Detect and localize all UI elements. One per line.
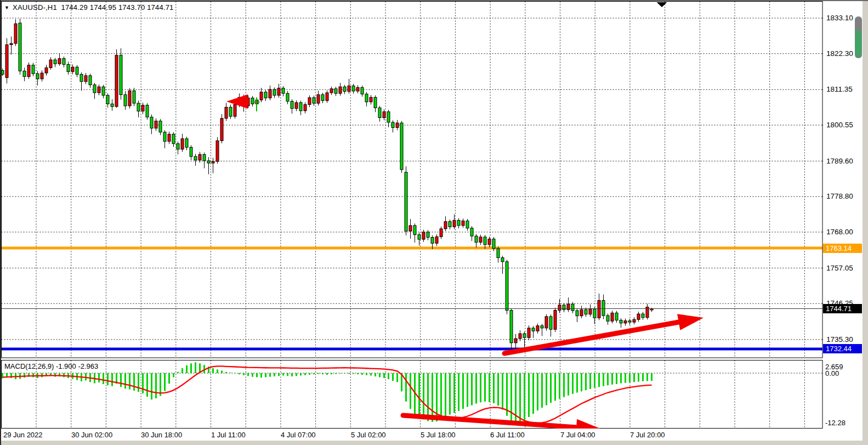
bear-candle xyxy=(251,98,254,104)
bull-candle xyxy=(27,65,30,77)
bear-candle xyxy=(67,64,70,71)
bear-candle xyxy=(563,305,565,309)
current-price-tag: 1744.71 xyxy=(823,304,862,313)
bear-candle xyxy=(413,226,416,235)
bear-candle xyxy=(291,102,293,109)
bear-candle xyxy=(194,156,197,160)
support-price-tag: 1732.44 xyxy=(823,344,862,353)
bear-candle xyxy=(343,87,346,91)
bull-candle xyxy=(435,236,438,243)
bull-candle xyxy=(58,59,61,64)
bear-candle xyxy=(80,74,83,81)
bull-candle xyxy=(41,73,43,79)
bear-candle xyxy=(89,76,92,85)
bull-candle xyxy=(181,139,184,149)
price-tick-label: 1800.55 xyxy=(826,121,861,129)
bear-candle xyxy=(150,117,153,128)
bull-candle xyxy=(409,226,412,231)
ohlc-high: 1744.95 xyxy=(90,3,116,12)
left-arrow-marker[interactable] xyxy=(226,94,248,109)
bull-candle xyxy=(637,314,640,319)
bull-candle xyxy=(519,334,521,339)
bear-candle xyxy=(334,89,337,93)
bear-candle xyxy=(541,326,543,328)
bear-candle xyxy=(431,238,434,244)
bear-candle xyxy=(177,144,179,149)
bear-candle xyxy=(286,93,289,101)
macd-axis-zero-label: 0.00 xyxy=(825,369,839,378)
main-pane-border xyxy=(2,2,823,358)
bear-candle xyxy=(76,67,78,74)
vertical-scrollbar-thumb[interactable] xyxy=(855,16,862,58)
symbol-dropdown-icon[interactable]: ▼ xyxy=(4,5,9,10)
time-tick-label: 30 Jun 02:00 xyxy=(71,431,112,439)
bear-candle xyxy=(457,220,460,226)
bear-candle xyxy=(484,237,486,245)
bear-candle xyxy=(264,92,267,98)
window-chrome-top xyxy=(0,0,868,1)
bear-candle xyxy=(549,317,552,329)
bear-candle xyxy=(19,23,21,71)
bear-candle xyxy=(207,161,210,163)
macd-axis-min-label: -12.28 xyxy=(825,419,846,427)
bear-candle xyxy=(299,103,302,111)
bear-candle xyxy=(593,309,596,318)
bear-candle xyxy=(576,311,578,316)
bear-candle xyxy=(506,262,508,311)
bear-candle xyxy=(642,314,644,318)
bear-candle xyxy=(159,121,162,132)
bear-candle xyxy=(352,86,355,91)
bear-candle xyxy=(313,98,315,103)
bull-candle xyxy=(462,221,464,226)
bull-candle xyxy=(5,45,8,78)
bull-candle xyxy=(444,222,447,229)
time-tick-label: 7 Jul 20:00 xyxy=(630,431,665,439)
bear-candle xyxy=(190,147,192,156)
bull-candle xyxy=(168,134,171,141)
bull-candle xyxy=(633,319,636,322)
bull-candle xyxy=(348,86,350,91)
chart-shift-marker-icon[interactable] xyxy=(657,2,667,7)
bear-candle xyxy=(185,139,188,148)
bull-candle xyxy=(326,93,328,100)
ohlc-low: 1743.70 xyxy=(118,3,145,12)
bear-candle xyxy=(133,91,135,103)
macd-indicator-label: MACD(12,26,9) -1.900 -2.963 xyxy=(4,362,98,370)
bull-candle xyxy=(128,91,131,106)
bear-candle xyxy=(492,239,495,249)
bear-candle xyxy=(229,107,232,116)
bear-candle xyxy=(523,334,526,337)
bear-candle xyxy=(620,320,622,323)
window-chrome-bottom xyxy=(0,441,868,445)
time-tick-label: 5 Jul 18:00 xyxy=(421,431,456,439)
bull-candle xyxy=(580,309,583,316)
bull-candle xyxy=(216,140,219,161)
bear-candle xyxy=(427,232,429,238)
bear-candle xyxy=(510,311,513,343)
price-tick-label: 1811.35 xyxy=(826,85,861,94)
price-and-macd-chart-canvas[interactable] xyxy=(0,0,868,445)
ohlc-close: 1744.71 xyxy=(147,3,173,12)
bear-candle xyxy=(120,55,122,95)
ohlc-open: 1744.29 xyxy=(61,3,87,12)
bear-candle xyxy=(387,112,390,122)
bull-candle xyxy=(155,121,157,128)
time-tick-label: 30 Jun 18:00 xyxy=(141,431,182,439)
bear-candle xyxy=(361,87,364,94)
bear-candle xyxy=(106,95,109,104)
downtrend-arrow-shaft[interactable] xyxy=(403,415,580,427)
bear-candle xyxy=(418,235,421,239)
bull-candle xyxy=(330,89,333,93)
bear-candle xyxy=(571,304,574,311)
bull-candle xyxy=(84,76,87,82)
bull-candle xyxy=(234,105,236,117)
bear-candle xyxy=(606,316,609,321)
bull-candle xyxy=(624,321,627,323)
time-tick-label: 4 Jul 07:00 xyxy=(281,431,316,439)
time-axis[interactable]: 29 Jun 202230 Jun 02:0030 Jun 18:001 Jul… xyxy=(0,429,823,441)
bull-candle xyxy=(14,24,17,43)
bull-candle xyxy=(611,313,614,321)
bull-candle xyxy=(598,301,600,318)
bear-candle xyxy=(365,94,368,102)
bear-candle xyxy=(532,328,535,331)
